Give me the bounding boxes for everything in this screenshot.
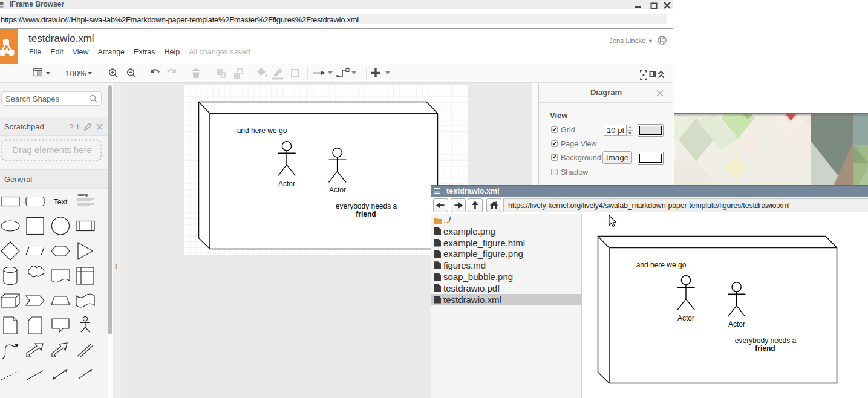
svg-text:Text: Text	[54, 198, 68, 206]
svg-text:Heading: Heading	[77, 194, 88, 197]
svg-text:100%: 100%	[65, 69, 86, 78]
